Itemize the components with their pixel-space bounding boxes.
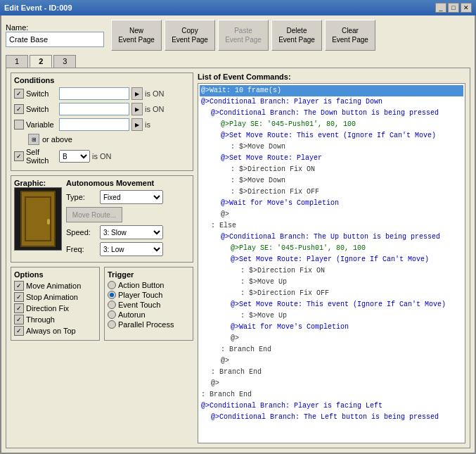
conditions-box: Conditions ✓ Switch ▶ is ON ✓ Switch ▶ i… bbox=[11, 72, 193, 171]
command-item[interactable]: : $>Direction Fix ON bbox=[200, 265, 463, 277]
door-handle bbox=[47, 219, 50, 225]
command-item[interactable]: @> bbox=[200, 378, 463, 389]
command-item[interactable]: : Branch End bbox=[200, 344, 463, 355]
auto-type-row: Type: Fixed Random Approach Custom bbox=[66, 190, 190, 204]
conditions-title: Conditions bbox=[14, 76, 190, 84]
switch1-input[interactable] bbox=[59, 87, 129, 100]
command-item[interactable]: @>Set Move Route: Player bbox=[200, 153, 463, 164]
variable-checkbox[interactable] bbox=[14, 120, 24, 130]
command-item[interactable]: @>Wait for Move's Completion bbox=[200, 198, 463, 209]
selfswitch-checkbox[interactable]: ✓ bbox=[14, 151, 24, 161]
command-item[interactable]: @>Wait for Move's Completion bbox=[200, 322, 463, 333]
right-panel: List of Event Commands: @>Wait: 10 frame… bbox=[198, 72, 465, 443]
title-text: Edit Event - ID:009 bbox=[4, 4, 72, 12]
freq-select[interactable]: 3: Low bbox=[100, 242, 163, 256]
command-item[interactable]: : $>Direction Fix ON bbox=[200, 164, 463, 175]
trigger-player-touch: Player Touch bbox=[108, 291, 190, 299]
title-bar: Edit Event - ID:009 _ □ ✕ bbox=[0, 0, 476, 15]
graphic-col: Graphic: bbox=[14, 179, 62, 259]
condition-row-selfswitch: ✓ SelfSwitch B A C D is ON bbox=[14, 148, 190, 165]
player-touch-radio[interactable] bbox=[108, 291, 116, 299]
close-button[interactable]: ✕ bbox=[461, 3, 472, 13]
condition-row-switch2: ✓ Switch ▶ is ON bbox=[14, 103, 190, 115]
trigger-autorun: Autorun bbox=[108, 310, 190, 319]
variable-label: Variable bbox=[26, 120, 57, 129]
event-touch-label: Event Touch bbox=[118, 301, 160, 309]
command-item[interactable]: @>Conditional Branch: The Down button is… bbox=[200, 108, 463, 119]
command-item[interactable]: @>Set Move Route: This event (Ignore If … bbox=[200, 130, 463, 141]
switch1-checkbox[interactable]: ✓ bbox=[14, 89, 24, 99]
command-item[interactable]: : Else bbox=[200, 220, 463, 232]
name-label: Name: bbox=[6, 23, 101, 32]
switch2-arrow[interactable]: ▶ bbox=[131, 103, 143, 115]
command-item[interactable]: : $>Direction Fix OFF bbox=[200, 288, 463, 299]
command-item[interactable]: @> bbox=[200, 333, 463, 344]
command-item[interactable]: @>Wait: 10 frame(s) bbox=[200, 85, 463, 96]
tab-3[interactable]: 3 bbox=[53, 55, 76, 68]
command-item[interactable]: : $>Move Down bbox=[200, 141, 463, 153]
option-move-animation: ✓ Move Animation bbox=[14, 281, 96, 291]
through-label: Through bbox=[26, 315, 55, 324]
variable-arrow[interactable]: ▶ bbox=[131, 118, 143, 131]
option-always-on-top: ✓ Always on Top bbox=[14, 326, 96, 336]
dir-fix-checkbox[interactable]: ✓ bbox=[14, 303, 24, 313]
paste-event-page-button[interactable]: PasteEvent Page bbox=[218, 20, 269, 51]
switch1-suffix: is ON bbox=[145, 89, 165, 98]
command-item[interactable]: : Branch End bbox=[200, 367, 463, 378]
variable-input[interactable] bbox=[59, 118, 129, 131]
always-top-checkbox[interactable]: ✓ bbox=[14, 326, 24, 336]
copy-event-page-button[interactable]: CopyEvent Page bbox=[165, 20, 215, 51]
options-trigger-row: Options ✓ Move Animation ✓ Stop Animatio… bbox=[11, 267, 193, 341]
through-checkbox[interactable]: ✓ bbox=[14, 315, 24, 324]
trigger-action-button: Action Button bbox=[108, 281, 190, 289]
new-event-page-button[interactable]: NewEvent Page bbox=[111, 20, 162, 51]
maximize-button[interactable]: □ bbox=[448, 3, 459, 13]
command-item[interactable]: @>Conditional Branch: The Up button is b… bbox=[200, 232, 463, 243]
command-item[interactable]: @>Conditional Branch: The Left button is… bbox=[200, 412, 463, 423]
command-item[interactable]: @>Play SE: '045-Push01', 80, 100 bbox=[200, 243, 463, 254]
command-item[interactable]: @>Set Move Route: Player (Ignore If Can'… bbox=[200, 254, 463, 265]
command-item[interactable]: : $>Direction Fix OFF bbox=[200, 187, 463, 198]
graphic-box[interactable] bbox=[14, 187, 62, 251]
command-item[interactable]: : $>Move Up bbox=[200, 310, 463, 322]
command-item[interactable]: @>Conditional Branch: Player is facing D… bbox=[200, 96, 463, 108]
player-touch-label: Player Touch bbox=[118, 291, 162, 299]
command-item[interactable]: @>Conditional Branch: Player is facing L… bbox=[200, 401, 463, 412]
move-route-button[interactable]: Move Route... bbox=[66, 207, 122, 222]
event-touch-radio[interactable] bbox=[108, 301, 116, 309]
condition-row-switch1: ✓ Switch ▶ is ON bbox=[14, 87, 190, 100]
command-item[interactable]: @> bbox=[200, 209, 463, 220]
action-btn-label: Action Button bbox=[118, 281, 164, 289]
clear-event-page-button[interactable]: ClearEvent Page bbox=[325, 20, 375, 51]
commands-list[interactable]: @>Wait: 10 frame(s)@>Conditional Branch:… bbox=[198, 83, 465, 443]
graphic-section: Graphic: Autonomous Movement Type: Fixed… bbox=[11, 175, 193, 263]
trigger-title: Trigger bbox=[108, 270, 190, 279]
command-item[interactable]: @> bbox=[200, 355, 463, 367]
parallel-radio[interactable] bbox=[108, 320, 116, 329]
tab-1[interactable]: 1 bbox=[6, 55, 28, 68]
delete-event-page-button[interactable]: DeleteEvent Page bbox=[271, 20, 322, 51]
event-page-buttons: NewEvent Page CopyEvent Page PasteEvent … bbox=[111, 20, 375, 51]
name-group: Name: bbox=[6, 23, 104, 47]
stop-anim-checkbox[interactable]: ✓ bbox=[14, 292, 24, 302]
command-item[interactable]: : $>Move Up bbox=[200, 277, 463, 288]
move-anim-checkbox[interactable]: ✓ bbox=[14, 281, 24, 291]
name-input[interactable] bbox=[6, 32, 104, 47]
command-item[interactable]: : Branch End bbox=[200, 389, 463, 401]
switch2-input[interactable] bbox=[59, 103, 129, 115]
autorun-radio[interactable] bbox=[108, 310, 116, 319]
main-window: Name: NewEvent Page CopyEvent Page Paste… bbox=[0, 15, 476, 454]
command-item[interactable]: @>Set Move Route: This event (Ignore If … bbox=[200, 299, 463, 310]
switch1-arrow[interactable]: ▶ bbox=[131, 87, 143, 100]
speed-select[interactable]: 3: Slow bbox=[100, 225, 163, 239]
minimize-button[interactable]: _ bbox=[435, 3, 446, 13]
command-item[interactable]: @>Play SE: '045-Push01', 80, 100 bbox=[200, 119, 463, 130]
switch2-checkbox[interactable]: ✓ bbox=[14, 104, 24, 114]
command-item[interactable]: : $>Move Down bbox=[200, 175, 463, 187]
type-select[interactable]: Fixed Random Approach Custom bbox=[100, 190, 163, 204]
selfswitch-select[interactable]: B A C D bbox=[59, 150, 90, 163]
tab-content: Conditions ✓ Switch ▶ is ON ✓ Switch ▶ i… bbox=[6, 68, 470, 448]
tabs: 1 2 3 bbox=[6, 55, 470, 68]
tab-2[interactable]: 2 bbox=[30, 55, 52, 68]
action-btn-radio[interactable] bbox=[108, 281, 116, 289]
